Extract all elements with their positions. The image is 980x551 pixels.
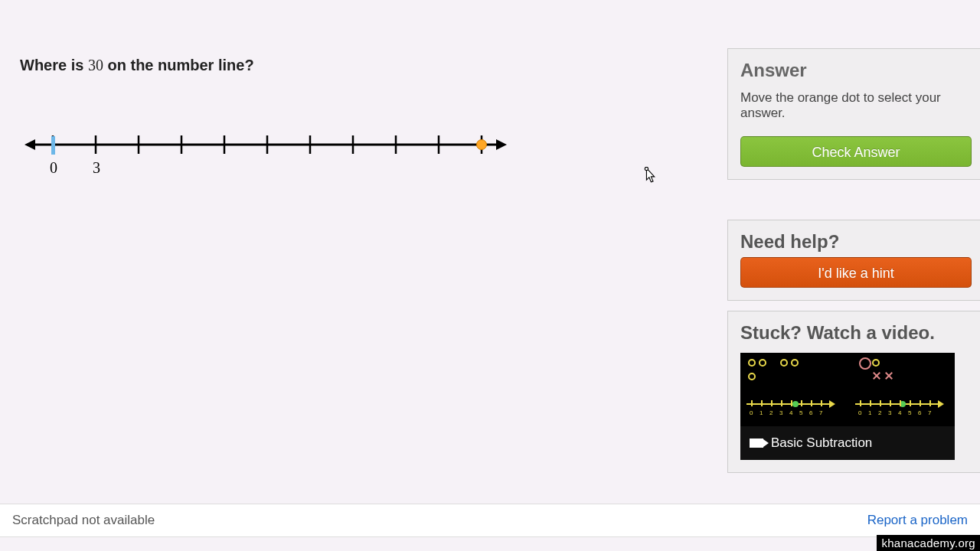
report-problem-link[interactable]: Report a problem	[867, 513, 968, 528]
watermark: khanacademy.org	[877, 535, 980, 551]
question-number: 30	[88, 57, 103, 73]
answer-title: Answer	[740, 60, 972, 81]
video-thumbnail[interactable]: 0123456701234567 Basic Subtraction	[740, 353, 955, 460]
video-panel: Stuck? Watch a video. 0123456701234567 B…	[727, 311, 980, 473]
answer-instruction: Move the orange dot to select your answe…	[740, 90, 972, 121]
video-title-bar: Basic Subtraction	[740, 426, 955, 460]
question-prefix: Where is	[20, 57, 88, 73]
orange-dot-handle[interactable]	[476, 139, 487, 150]
start-mark	[51, 136, 55, 155]
hint-button[interactable]: I'd like a hint	[740, 257, 972, 288]
help-title: Need help?	[740, 231, 972, 253]
tick-label-0: 0	[50, 159, 57, 177]
check-answer-button[interactable]: Check Answer	[740, 136, 972, 167]
question-suffix: on the number line?	[103, 57, 254, 73]
video-panel-title: Stuck? Watch a video.	[740, 322, 972, 344]
pointer-cursor-icon	[642, 167, 655, 185]
svg-point-14	[645, 167, 648, 170]
number-line-svg	[24, 130, 507, 161]
help-panel: Need help? I'd like a hint	[727, 220, 980, 301]
question-text: Where is 30 on the number line?	[20, 57, 254, 74]
answer-panel: Answer Move the orange dot to select you…	[727, 48, 980, 180]
svg-marker-1	[24, 139, 35, 150]
video-title: Basic Subtraction	[771, 435, 872, 451]
scratchpad-status: Scratchpad not available	[12, 513, 155, 528]
video-preview-canvas: 0123456701234567	[740, 353, 955, 426]
number-line[interactable]: 0 3	[24, 130, 507, 187]
svg-marker-2	[496, 139, 507, 150]
footer-bar: Scratchpad not available Report a proble…	[0, 504, 980, 537]
video-icon	[750, 439, 763, 448]
tick-label-1: 3	[93, 159, 100, 177]
